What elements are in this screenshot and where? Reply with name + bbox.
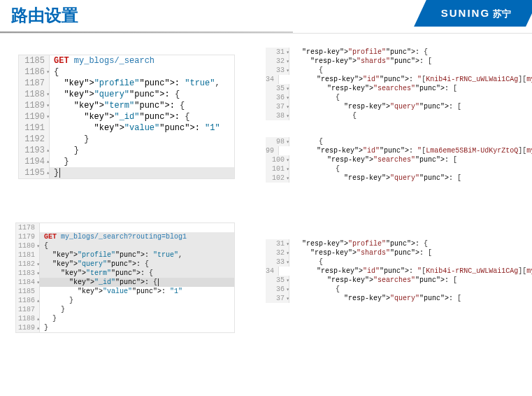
line-number: 36▾	[266, 285, 289, 294]
fold-arrow-icon: ▴	[36, 314, 40, 323]
line-number: 31▾	[266, 239, 289, 248]
code-line: 100▾ "resp-key">"searches""punc">: [	[266, 155, 517, 164]
fold-arrow-icon: ▾	[46, 111, 50, 122]
code-line: 101▾ {	[266, 164, 517, 174]
code-text: {	[50, 66, 234, 78]
fold-arrow-icon: ▾	[286, 174, 289, 183]
code-line: 1179GET my_blogs/_search?routing=blog1	[16, 232, 234, 241]
code-text: "resp-key">"id""punc">: "[Knib4i-rRNC_uW…	[279, 267, 532, 276]
fold-arrow-icon: ▾	[46, 100, 50, 111]
code-line: 1189▴}	[16, 323, 234, 332]
fold-arrow-icon: ▾	[286, 276, 289, 285]
fold-arrow-icon: ▾	[286, 57, 289, 66]
code-line: 1185GET my_blogs/_search	[19, 55, 234, 66]
line-number: 31▾	[266, 48, 289, 57]
line-number: 1187	[19, 78, 50, 89]
code-text: }	[50, 156, 234, 167]
line-number: 32▾	[266, 248, 289, 257]
code-text: "key">"profile""punc">: "true",	[50, 78, 234, 89]
code-text: "resp-key">"query""punc">: [	[289, 294, 517, 303]
code-line: 31▾ "resp-key">"profile""punc">: {	[266, 239, 517, 248]
code-line: 37▾ "resp-key">"query""punc">: [	[266, 102, 517, 111]
code-text: "key">"_id""punc">: {	[40, 278, 234, 287]
code-response-1b: 98▾ {99 "resp-key">"id""punc">: "[Lma6em…	[266, 137, 517, 183]
code-text: }	[40, 314, 234, 323]
code-line: 1184▾ "key">"_id""punc">: {	[16, 278, 234, 287]
code-text: {	[289, 111, 517, 120]
code-line: 36▾ {	[266, 285, 517, 294]
fold-arrow-icon: ▴	[46, 145, 50, 156]
line-number: 1180▾	[16, 241, 40, 250]
code-text: GET my_blogs/_search	[50, 55, 234, 66]
line-number: 1183▾	[16, 269, 40, 278]
slide-header: 路由设置 SUNING苏宁	[0, 0, 532, 34]
code-text: "resp-key">"query""punc">: [	[289, 102, 517, 111]
code-text: "resp-key">"shards""punc">: [	[289, 57, 517, 66]
line-number: 101▾	[266, 164, 289, 174]
code-line: 1188▾ "key">"query""punc">: {	[19, 89, 234, 100]
line-number: 1186▾	[19, 66, 50, 78]
code-text: "key">"value""punc">: "1"	[50, 122, 234, 134]
code-text: "resp-key">"searches""punc">: [	[289, 276, 517, 285]
fold-arrow-icon: ▾	[286, 93, 289, 102]
code-text: "resp-key">"profile""punc">: {	[289, 48, 517, 57]
line-number: 1181	[16, 250, 40, 260]
code-text: "key">"value""punc">: "1"	[40, 287, 234, 296]
fold-arrow-icon: ▾	[286, 257, 289, 267]
code-text: "resp-key">"profile""punc">: {	[289, 239, 517, 248]
line-number: 102▾	[266, 174, 289, 183]
code-text: "key">"query""punc">: {	[50, 89, 234, 100]
code-text: "resp-key">"searches""punc">: [	[289, 155, 517, 164]
fold-arrow-icon: ▾	[286, 84, 289, 93]
line-number: 100▾	[266, 155, 289, 164]
fold-arrow-icon: ▾	[36, 260, 40, 269]
code-text: }	[50, 134, 234, 145]
code-line: 1186▴ }	[16, 296, 234, 305]
line-number: 37▾	[266, 294, 289, 303]
line-number: 1192	[19, 134, 50, 145]
line-number: 34	[266, 75, 279, 84]
line-number: 1193▴	[19, 145, 50, 156]
code-line: 1181 "key">"profile""punc">: "true",	[16, 250, 234, 260]
code-text: {	[289, 257, 517, 267]
code-text: "resp-key">"id""punc">: "[Lma6eme5SBiM-U…	[279, 146, 532, 155]
fold-arrow-icon: ▾	[46, 89, 50, 100]
code-text: }	[40, 296, 234, 305]
page-title: 路由设置	[11, 4, 78, 27]
code-line: 32▾ "resp-key">"shards""punc">: [	[266, 57, 517, 66]
code-line: 1178	[16, 223, 234, 232]
code-line: 1193▴ }	[19, 145, 234, 156]
fold-arrow-icon: ▴	[46, 156, 50, 167]
code-line: 1195▴}	[19, 167, 234, 178]
fold-arrow-icon: ▾	[286, 164, 289, 174]
code-line: 33▾ {	[266, 257, 517, 267]
fold-arrow-icon: ▾	[36, 278, 40, 287]
brand-banner: SUNING苏宁	[420, 0, 532, 33]
code-line: 36▾ {	[266, 93, 517, 102]
code-text: {	[289, 137, 517, 146]
code-line: 98▾ {	[266, 137, 517, 146]
code-line: 34 "resp-key">"id""punc">: "[Knib4i-rRNC…	[266, 75, 517, 84]
line-number: 1185	[19, 55, 50, 66]
fold-arrow-icon: ▾	[36, 241, 40, 250]
fold-arrow-icon: ▾	[286, 48, 289, 57]
code-request-1: 1185GET my_blogs/_search1186▾{1187 "key"…	[18, 55, 235, 179]
fold-arrow-icon: ▴	[36, 296, 40, 305]
code-line: 35▾ "resp-key">"searches""punc">: [	[266, 84, 517, 93]
line-number: 1178	[16, 223, 40, 232]
line-number: 1190▾	[19, 111, 50, 122]
code-line: 1187 }	[16, 305, 234, 314]
line-number: 1188▴	[16, 314, 40, 323]
line-number: 1188▾	[19, 89, 50, 100]
code-text: {	[40, 241, 234, 250]
code-response-1a: 31▾ "resp-key">"profile""punc">: {32▾ "r…	[266, 48, 517, 120]
line-number: 34	[266, 267, 279, 276]
fold-arrow-icon: ▾	[286, 66, 289, 75]
code-text: "key">"profile""punc">: "true",	[40, 250, 234, 260]
code-text: GET my_blogs/_search?routing=blog1	[40, 232, 234, 241]
line-number: 1179	[16, 232, 40, 241]
fold-arrow-icon: ▾	[286, 102, 289, 111]
code-text: "key">"query""punc">: {	[40, 260, 234, 269]
fold-arrow-icon: ▾	[286, 111, 289, 120]
code-line: 1190▾ "key">"_id""punc">: {	[19, 111, 234, 122]
